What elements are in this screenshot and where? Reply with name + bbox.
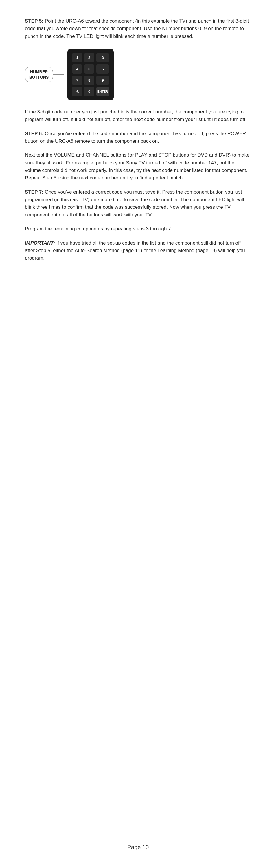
key-6: 6 (96, 64, 109, 73)
step5-paragraph: STEP 5: Point the URC-A6 toward the comp… (25, 18, 251, 40)
important-paragraph: IMPORTANT: If you have tried all the set… (25, 239, 251, 262)
important-label: IMPORTANT: (25, 240, 55, 246)
key-5: 5 (84, 64, 94, 73)
step6-paragraph: STEP 6: Once you've entered the code num… (25, 130, 251, 145)
step7-followup-paragraph: Program the remaining components by repe… (25, 225, 251, 233)
key-2: 2 (84, 53, 94, 62)
step7-text: Once you've entered a correct code you m… (25, 189, 244, 218)
remote-keypad: 1 2 3 4 5 6 7 8 9 -/. 0 ENTER (67, 49, 114, 100)
step7-label: STEP 7: (25, 189, 43, 195)
key-0: 0 (84, 87, 94, 96)
step5-label: STEP 5: (25, 18, 43, 24)
key-9: 9 (96, 75, 109, 85)
step6-label: STEP 6: (25, 131, 43, 136)
spacer (25, 269, 251, 832)
step6-followup-paragraph: Next test the VOLUME and CHANNEL buttons… (25, 151, 251, 182)
key-3: 3 (96, 53, 109, 62)
key-enter: ENTER (96, 87, 109, 96)
key-8: 8 (84, 75, 94, 85)
number-buttons-section: NUMBER BUTTONS 1 2 3 4 5 6 7 8 9 -/. 0 E… (25, 49, 251, 100)
key-1: 1 (72, 53, 82, 62)
step6-text: Once you've entered the code number and … (25, 131, 246, 144)
page-footer: Page 10 (25, 832, 251, 850)
step5-followup-paragraph: If the 3-digit code number you just punc… (25, 108, 251, 124)
page-container: STEP 5: Point the URC-A6 toward the comp… (0, 0, 276, 868)
key-7: 7 (72, 75, 82, 85)
key-4: 4 (72, 64, 82, 73)
step5-text: Point the URC-A6 toward the component (i… (25, 18, 249, 39)
content-area: STEP 5: Point the URC-A6 toward the comp… (25, 18, 251, 850)
important-text: If you have tried all the set-up codes i… (25, 240, 245, 261)
key-dash: -/. (72, 87, 82, 96)
step7-paragraph: STEP 7: Once you've entered a correct co… (25, 188, 251, 219)
page-number: Page 10 (127, 844, 149, 850)
step6-followup-text: Next test the VOLUME and CHANNEL buttons… (25, 152, 250, 181)
step5-followup-text: If the 3-digit code number you just punc… (25, 109, 246, 122)
number-buttons-label: NUMBER BUTTONS (25, 67, 53, 82)
step7-followup-text: Program the remaining components by repe… (25, 226, 172, 231)
